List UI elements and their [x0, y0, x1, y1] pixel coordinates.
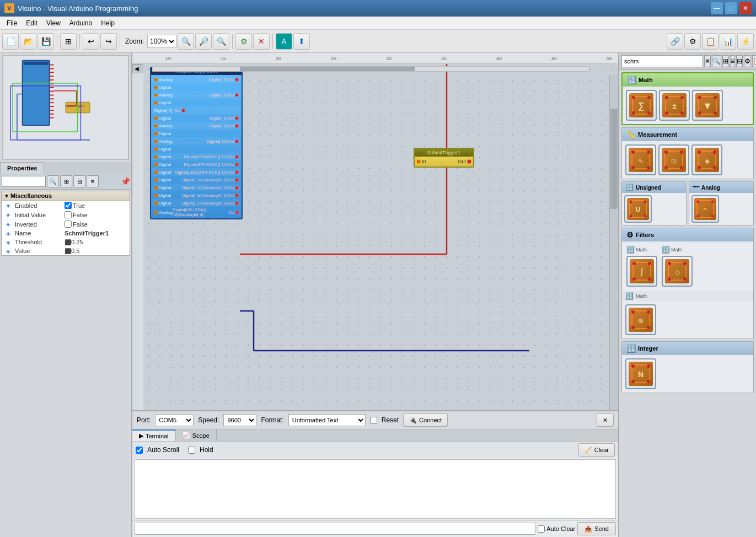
zoom-label: Zoom: [125, 37, 144, 45]
palette-header-integer[interactable]: 🔢 Integer [622, 342, 753, 355]
minimize-button[interactable]: — [711, 2, 723, 14]
compile-button[interactable]: ⚙ [235, 33, 252, 50]
svg-point-61 [680, 166, 683, 169]
toolbar-extra-1[interactable]: 🔗 [667, 33, 683, 50]
analog-header[interactable]: 〰 Analog [689, 182, 753, 193]
schmitt-trigger-component[interactable]: SchmitTrigger1 In Out [414, 148, 474, 168]
grid-button[interactable]: ⊞ [60, 33, 77, 50]
props-collapse-button[interactable]: ⊟ [73, 175, 85, 187]
palette-sort-button[interactable]: ≡ [730, 55, 735, 67]
zoom-select[interactable]: 100%75%125%150% [147, 35, 176, 48]
send-button[interactable]: 📤 Send [577, 522, 616, 535]
prop-initial-checkbox[interactable] [65, 211, 72, 218]
send-icon: 📤 [585, 525, 592, 533]
auto-scroll-checkbox[interactable] [136, 447, 143, 454]
search-button[interactable]: 🔍 [712, 55, 721, 67]
v-scroll-thumb[interactable] [610, 109, 618, 209]
canvas-inner[interactable]: Arduino Mega 2560 Analog Digital[ 5] [143, 64, 618, 410]
menu-view[interactable]: View [42, 18, 65, 28]
toolbar-extra-4[interactable]: 📊 [720, 33, 736, 50]
clear-button[interactable]: 🧹 Clear [578, 443, 615, 457]
measurement-item-2[interactable]: ⊡ [658, 144, 689, 175]
palette-extra-1[interactable]: 📋 [752, 55, 756, 67]
close-button[interactable]: ✕ [739, 2, 752, 14]
properties-tab[interactable]: Properties [0, 162, 44, 174]
menu-edit[interactable]: Edit [22, 18, 42, 28]
vertical-scrollbar[interactable] [609, 75, 618, 410]
serial-content[interactable] [135, 459, 616, 519]
palette-header-filters[interactable]: ⚙ Filters [622, 228, 753, 241]
toolbar-extra-3[interactable]: 📋 [702, 33, 719, 50]
toolbar-extra-2[interactable]: ⚙ [684, 33, 701, 50]
ruler-tick-50: 50 [607, 56, 612, 61]
menu-arduino[interactable]: Arduino [65, 18, 96, 28]
math-item-2[interactable]: ± [659, 90, 690, 121]
upload-button[interactable]: ⬆ [293, 33, 310, 50]
tab-terminal[interactable]: ▶ Terminal [132, 429, 176, 441]
serial-text-input[interactable] [135, 523, 535, 535]
meas-icon-3: ◈ [695, 148, 719, 172]
palette-expand-button[interactable]: ⊟ [736, 55, 743, 67]
svg-point-36 [632, 111, 635, 115]
analog-item-1[interactable]: ~ [691, 195, 719, 223]
zoom-in-button[interactable]: 🔎 [195, 33, 212, 50]
measurement-item-1[interactable]: ∿ [625, 144, 656, 175]
speed-select[interactable]: 960011520057600 [223, 414, 256, 426]
canvas-container[interactable]: 10 15 20 25 30 35 40 45 50 [132, 53, 618, 410]
palette-settings-button[interactable]: ⚙ [744, 55, 751, 67]
integer-item-1[interactable]: N [625, 358, 656, 389]
save-button[interactable]: 💾 [37, 33, 54, 50]
props-search-button[interactable]: 🔍 [47, 175, 59, 187]
prop-inverted-checkbox[interactable] [65, 221, 72, 228]
h-scroll-thumb[interactable] [240, 67, 414, 71]
prop-threshold-indicator: ⬛ [65, 239, 71, 245]
h-scroll-track[interactable] [152, 66, 589, 72]
new-button[interactable]: 📄 [2, 33, 19, 50]
h-scroll-left[interactable]: ◀ [132, 65, 141, 73]
palette-header-measurement[interactable]: 📏 Measurement [622, 128, 753, 141]
zoom-fit-button[interactable]: 🔍 [178, 33, 194, 50]
unsigned-analog-section: 🔢 Unsigned U 〰 Analog [621, 181, 754, 225]
menu-file[interactable]: File [2, 18, 22, 28]
props-sort-button[interactable]: ≡ [87, 175, 99, 187]
palette-view-button[interactable]: ⊞ [722, 55, 729, 67]
filters-item-2[interactable]: ◇ [662, 256, 693, 287]
filters-item-1[interactable]: ∫ [626, 256, 657, 287]
undo-button[interactable]: ↩ [83, 33, 99, 50]
props-expand-button[interactable]: ⊞ [60, 175, 72, 187]
math-section-icon: 🔢 [627, 76, 636, 84]
format-select[interactable]: Unformatted TextHexDecimal [288, 414, 366, 426]
serial-close-button[interactable]: ✕ [597, 414, 614, 427]
palette-search-input[interactable] [621, 55, 703, 67]
arduino-component[interactable]: Arduino Mega 2560 Analog Digital[ 5] [150, 67, 243, 219]
maximize-button[interactable]: □ [725, 2, 737, 14]
search-clear-button[interactable]: ✕ [704, 55, 711, 67]
zoom-out-button[interactable]: 🔍 [213, 33, 229, 50]
connect-button[interactable]: 🔌 Connect [403, 414, 448, 427]
redo-button[interactable]: ↪ [100, 33, 117, 50]
menu-help[interactable]: Help [96, 18, 119, 28]
tab-scope[interactable]: 📈 Scope [176, 429, 217, 441]
reset-checkbox[interactable] [370, 417, 377, 424]
unsigned-header[interactable]: 🔢 Unsigned [622, 182, 686, 193]
tree-panel: ▼ Miscellaneous ◈ Enabled True ◈ Initial… [1, 191, 130, 256]
port-select[interactable]: COM5COM1COM2COM3COM4 [155, 414, 194, 426]
arduino-logo[interactable]: A [276, 33, 292, 50]
stop-button[interactable]: ✕ [253, 33, 270, 50]
math-item-1[interactable]: ∑ [626, 90, 657, 121]
filters-sub-item-1[interactable]: ⊕ [625, 304, 656, 335]
props-search-input[interactable] [2, 176, 46, 187]
prop-enabled-checkbox[interactable] [65, 202, 72, 209]
svg-point-70 [630, 201, 632, 203]
unsigned-item-1[interactable]: U [624, 195, 652, 223]
palette-header-math[interactable]: 🔢 Math [623, 73, 753, 87]
props-pin-button[interactable]: 📌 [121, 177, 130, 186]
auto-clear-checkbox[interactable] [538, 525, 545, 533]
toolbar-extra-5[interactable]: ⚡ [737, 33, 754, 50]
measurement-item-3[interactable]: ◈ [691, 144, 722, 175]
open-button[interactable]: 📂 [20, 33, 36, 50]
tree-expand-icon[interactable]: ▼ [4, 193, 9, 199]
prop-value-icon: ◈ [6, 248, 15, 254]
hold-checkbox[interactable] [188, 447, 195, 454]
math-item-3[interactable]: ▼ [692, 90, 723, 121]
